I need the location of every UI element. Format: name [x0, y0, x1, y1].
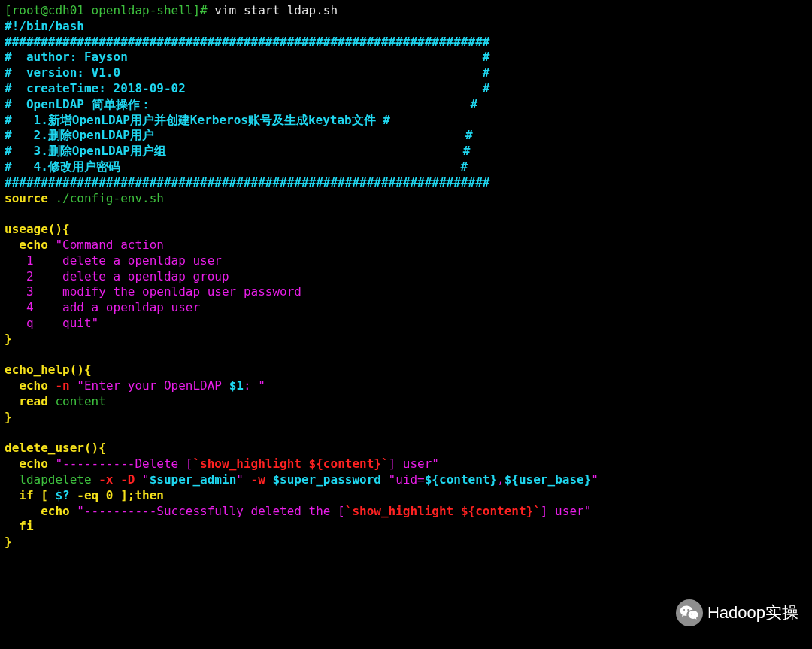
echo-line: echo "Command action	[5, 238, 807, 253]
comment-line: # author: Fayson #	[5, 50, 807, 65]
q: "	[591, 472, 598, 487]
backtick: `show_highlight ${content}`	[192, 456, 388, 471]
q: "uid=	[389, 472, 425, 487]
comma: ,	[497, 472, 504, 487]
keyword: echo	[5, 456, 55, 471]
if-line: if [ $? -eq 0 ];then	[5, 488, 807, 504]
blank	[5, 347, 807, 363]
wechat-icon	[676, 599, 703, 626]
q: "	[236, 472, 250, 487]
then: ;then	[128, 488, 164, 502]
brace: }	[5, 410, 807, 426]
terminal-viewport[interactable]: [root@cdh01 openldap-shell]# vim start_l…	[0, 0, 812, 553]
blank	[5, 206, 807, 222]
flag: -x -D	[98, 472, 142, 487]
comment-line: # 2.删除OpenLDAP用户 #	[5, 128, 807, 144]
string: "Enter your OpenLDAP	[77, 378, 229, 393]
read-line: read content	[5, 394, 807, 410]
bracket: [	[41, 488, 55, 502]
keyword: echo	[5, 504, 77, 518]
watermark-text: Hadoop实操	[707, 602, 798, 624]
q: "	[142, 472, 150, 487]
string-line: 4 add a openldap user	[5, 300, 807, 316]
string-line: 3 modify the openldap user password	[5, 284, 807, 300]
comment-line: # 1.新增OpenLDAP用户并创建Kerberos账号及生成keytab文件…	[5, 113, 807, 129]
string-line: 2 delete a openldap group	[5, 269, 807, 285]
source-line: source ./config-env.sh	[5, 191, 807, 207]
flag: -n	[55, 378, 77, 393]
keyword: read	[5, 394, 55, 408]
string: "Command action	[55, 238, 164, 252]
backtick: `show_highlight ${content}`	[345, 504, 541, 518]
comment-line: # version: V1.0 #	[5, 65, 807, 81]
echo-line: echo "----------Successfully deleted the…	[5, 504, 807, 520]
ldapdelete-line: ldapdelete -x -D "$super_admin" -w $supe…	[5, 472, 807, 488]
blank	[5, 426, 807, 441]
comment-line: # 4.修改用户密码 #	[5, 159, 807, 175]
func-def: delete_user(){	[5, 441, 807, 456]
var: $super_password	[272, 472, 388, 487]
comment-line: # createTime: 2018-09-02 #	[5, 81, 807, 97]
command: vim start_ldap.sh	[208, 3, 338, 17]
brace: }	[5, 332, 807, 347]
hrule: ########################################…	[5, 175, 807, 191]
string: ] user"	[541, 504, 591, 518]
shebang: #!/bin/bash	[5, 19, 807, 35]
var: $?	[55, 488, 69, 502]
path: ./config-env.sh	[48, 191, 164, 205]
string-line: q quit"	[5, 316, 807, 332]
keyword: if	[5, 488, 41, 502]
watermark: Hadoop实操	[676, 599, 798, 626]
shell-prompt: [root@cdh01 openldap-shell]# vim start_l…	[5, 3, 807, 19]
string: : "	[244, 378, 265, 393]
flag: -w	[251, 472, 273, 487]
keyword: echo	[5, 238, 55, 252]
string: "----------Successfully deleted the [	[77, 504, 344, 518]
func-def: useage(){	[5, 222, 807, 238]
keyword: echo	[5, 378, 55, 393]
var: ${user_base}	[504, 472, 592, 487]
var: $1	[229, 378, 244, 393]
string-line: 1 delete a openldap user	[5, 253, 807, 269]
string: ] user"	[389, 456, 439, 471]
keyword: source	[5, 191, 48, 205]
var: content	[55, 394, 105, 408]
comment-line: # 3.删除OpenLDAP用户组 #	[5, 144, 807, 159]
brace: }	[5, 535, 807, 550]
fi: fi	[5, 519, 807, 535]
cmd: ldapdelete	[5, 472, 98, 487]
func-def: echo_help(){	[5, 362, 807, 378]
echo-line: echo -n "Enter your OpenLDAP $1: "	[5, 378, 807, 394]
user-host: [root@cdh01 openldap-shell]#	[5, 3, 208, 17]
comment-line: # OpenLDAP 简单操作： #	[5, 97, 807, 113]
echo-line: echo "----------Delete [`show_highlight …	[5, 456, 807, 472]
hrule: ########################################…	[5, 35, 807, 50]
var: $super_admin	[150, 472, 237, 487]
cond: -eq 0 ]	[70, 488, 128, 502]
string: "----------Delete [	[55, 456, 192, 471]
var: ${content}	[425, 472, 497, 487]
